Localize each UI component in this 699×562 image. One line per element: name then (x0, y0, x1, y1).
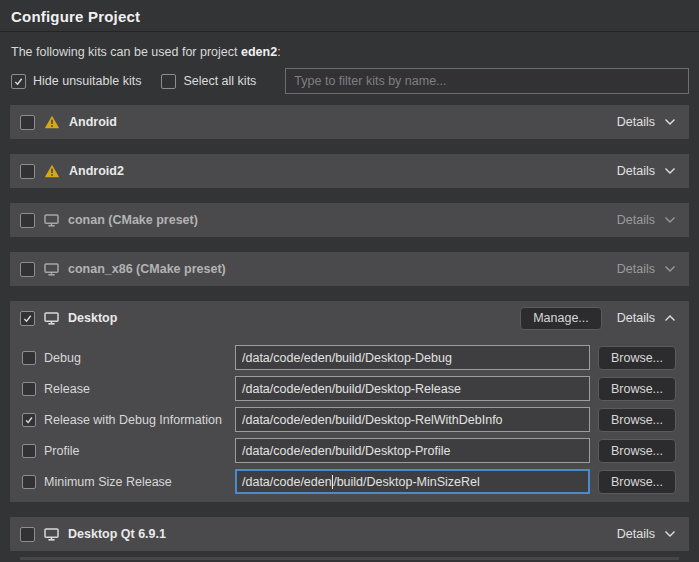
hide-unsuitable-kits-checkbox[interactable] (11, 74, 26, 89)
kit-row-desktop: Desktop Manage... Details (10, 301, 689, 335)
chevron-down-icon (664, 118, 676, 126)
config-label: Debug (44, 351, 81, 365)
project-name: eden2 (241, 45, 277, 59)
browse-button[interactable]: Browse... (598, 408, 676, 432)
config-checkbox[interactable] (22, 413, 36, 427)
details-toggle-button[interactable]: Details (617, 527, 676, 541)
kit-name: Desktop (68, 311, 117, 325)
select-all-kits-label: Select all kits (183, 74, 256, 88)
kit-checkbox[interactable] (20, 262, 35, 277)
kit-row-desktop-qt: Desktop Qt 6.9.1 Details (10, 517, 689, 551)
chevron-down-icon (664, 530, 676, 538)
manage-kits-button[interactable]: Manage... (520, 307, 602, 330)
kit-checkbox[interactable] (20, 311, 35, 326)
check-icon (22, 313, 33, 324)
build-directory-input[interactable] (235, 407, 590, 432)
chevron-up-icon (664, 314, 676, 322)
details-toggle-button[interactable]: Details (617, 164, 676, 178)
chevron-down-icon (664, 216, 676, 224)
build-directory-input[interactable] (235, 438, 590, 463)
intro-text: The following kits can be used for proje… (11, 45, 688, 59)
configure-project-page: { "window": { "title": "Configure Projec… (0, 0, 699, 562)
config-checkbox[interactable] (22, 475, 36, 489)
browse-button[interactable]: Browse... (598, 346, 676, 370)
desktop-build-configs: Debug Browse... Release Browse... (10, 335, 689, 497)
desktop-monitor-icon (44, 263, 59, 276)
page-title: Configure Project (11, 8, 687, 25)
warning-icon (44, 115, 60, 129)
config-checkbox[interactable] (22, 351, 36, 365)
config-checkbox[interactable] (22, 382, 36, 396)
kit-row-android2: Android2 Details (10, 154, 689, 188)
kit-filter-toolbar: Hide unsuitable kits Select all kits (11, 68, 689, 94)
kit-name: Android2 (69, 164, 124, 178)
desktop-monitor-icon (44, 528, 59, 541)
details-toggle-button[interactable]: Details (617, 213, 676, 227)
config-row-profile: Profile Browse... (10, 435, 689, 466)
chevron-down-icon (664, 265, 676, 273)
desktop-monitor-icon (44, 312, 59, 325)
config-label: Minimum Size Release (44, 475, 172, 489)
build-directory-input[interactable] (235, 376, 590, 401)
next-row-peek (20, 557, 679, 560)
kit-filter-input[interactable] (285, 68, 689, 94)
kit-name: Desktop Qt 6.9.1 (68, 527, 166, 541)
kit-checkbox[interactable] (20, 164, 35, 179)
kit-checkbox[interactable] (20, 213, 35, 228)
details-toggle-button[interactable]: Details (617, 262, 676, 276)
kit-row-android: Android Details (10, 105, 689, 139)
kit-row-conan: conan (CMake preset) Details (10, 203, 689, 237)
config-row-release: Release Browse... (10, 373, 689, 404)
config-checkbox[interactable] (22, 444, 36, 458)
config-label: Release with Debug Information (44, 413, 222, 427)
config-label: Release (44, 382, 90, 396)
chevron-down-icon (664, 167, 676, 175)
config-row-minimum-size-release: Minimum Size Release /data/code/eden/bui… (10, 466, 689, 497)
warning-icon (44, 164, 60, 178)
kit-panel-desktop: Desktop Manage... Details Debug Browse..… (10, 301, 689, 502)
kit-list: Android Details Android2 Details (10, 105, 689, 560)
hide-unsuitable-kits-checkbox-group[interactable]: Hide unsuitable kits (11, 74, 141, 89)
config-label: Profile (44, 444, 79, 458)
desktop-monitor-icon (44, 214, 59, 227)
select-all-kits-checkbox-group[interactable]: Select all kits (161, 74, 256, 89)
config-row-debug: Debug Browse... (10, 342, 689, 373)
kit-name: Android (69, 115, 117, 129)
kit-row-conan-x86: conan_x86 (CMake preset) Details (10, 252, 689, 286)
kit-name: conan (CMake preset) (68, 213, 198, 227)
details-toggle-button[interactable]: Details (617, 311, 676, 325)
build-directory-input[interactable] (235, 345, 590, 370)
kit-name: conan_x86 (CMake preset) (68, 262, 226, 276)
browse-button[interactable]: Browse... (598, 439, 676, 463)
check-icon (13, 76, 24, 87)
config-row-relwithdebinfo: Release with Debug Information Browse... (10, 404, 689, 435)
kit-checkbox[interactable] (20, 527, 35, 542)
select-all-kits-checkbox[interactable] (161, 74, 176, 89)
details-toggle-button[interactable]: Details (617, 115, 676, 129)
browse-button[interactable]: Browse... (598, 377, 676, 401)
window-header: Configure Project (0, 0, 699, 32)
check-icon (24, 415, 34, 425)
build-directory-input-focused[interactable]: /data/code/eden/build/Desktop-MinSizeRel (235, 469, 590, 494)
kit-checkbox[interactable] (20, 115, 35, 130)
hide-unsuitable-kits-label: Hide unsuitable kits (33, 74, 141, 88)
browse-button[interactable]: Browse... (598, 470, 676, 494)
